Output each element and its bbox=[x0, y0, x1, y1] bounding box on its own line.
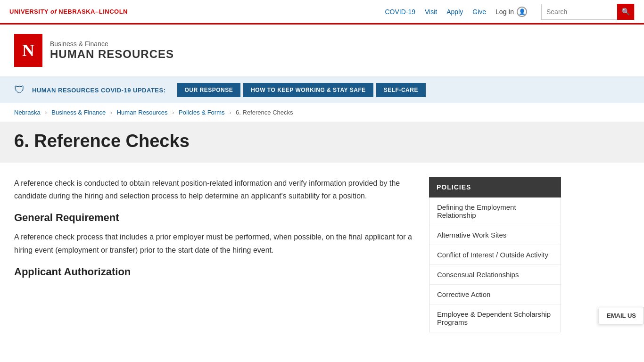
sidebar-item-alternative-work[interactable]: Alternative Work Sites bbox=[429, 225, 561, 245]
nav-apply-link[interactable]: Apply bbox=[446, 8, 463, 16]
shield-plus-icon: 🛡 bbox=[14, 84, 25, 96]
sidebar-item-conflict-interest[interactable]: Conflict of Interest / Outside Activity bbox=[429, 245, 561, 265]
sidebar-item-defining-employment[interactable]: Defining the Employment Relationship bbox=[429, 197, 561, 225]
how-to-keep-working-button[interactable]: HOW TO KEEP WORKING & STAY SAFE bbox=[243, 83, 373, 97]
top-navigation-bar: UNIVERSITY of NEBRASKA–LINCOLN COVID-19 … bbox=[0, 0, 644, 25]
breadcrumb: Nebraska › Business & Finance › Human Re… bbox=[0, 103, 644, 122]
policies-sidebar: POLICIES Defining the Employment Relatio… bbox=[429, 177, 561, 332]
covid-banner-label: HUMAN RESOURCES COVID-19 UPDATES: bbox=[32, 87, 166, 94]
site-subtitle: Business & Finance bbox=[50, 40, 174, 48]
university-of: of bbox=[50, 8, 57, 15]
self-care-button[interactable]: SELF-CARE bbox=[376, 83, 426, 97]
page-title: 6. Reference Checks bbox=[14, 131, 630, 151]
search-area: 🔍 bbox=[541, 4, 635, 20]
search-input[interactable] bbox=[542, 4, 617, 19]
site-header: N Business & Finance HUMAN RESOURCES bbox=[0, 25, 644, 77]
main-content: A reference check is conducted to obtain… bbox=[0, 163, 644, 346]
university-nebraska: NEBRASKA–LINCOLN bbox=[58, 8, 128, 15]
covid-banner: 🛡 HUMAN RESOURCES COVID-19 UPDATES: OUR … bbox=[0, 77, 644, 103]
sidebar-item-corrective-action[interactable]: Corrective Action bbox=[429, 285, 561, 304]
content-area: A reference check is conducted to obtain… bbox=[14, 177, 415, 332]
page-title-area: 6. Reference Checks bbox=[0, 122, 644, 163]
n-logo: N bbox=[14, 34, 42, 67]
general-requirement-body: A reference check process that includes … bbox=[14, 230, 415, 256]
applicant-authorization-heading: Applicant Authorization bbox=[14, 266, 415, 278]
university-logo-text: UNIVERSITY of NEBRASKA–LINCOLN bbox=[9, 8, 128, 15]
email-us-button[interactable]: EMAIL US bbox=[599, 307, 644, 324]
general-requirement-heading: General Requirement bbox=[14, 212, 415, 224]
login-area: Log In 👤 bbox=[495, 7, 527, 17]
sidebar-list: Defining the Employment Relationship Alt… bbox=[429, 197, 561, 332]
site-title: HUMAN RESOURCES bbox=[50, 48, 174, 61]
site-title-area: Business & Finance HUMAN RESOURCES bbox=[50, 40, 174, 61]
breadcrumb-sep-4: › bbox=[229, 109, 231, 116]
breadcrumb-human-resources[interactable]: Human Resources bbox=[117, 109, 168, 116]
breadcrumb-sep-2: › bbox=[110, 109, 112, 116]
sidebar-item-consensual-relationships[interactable]: Consensual Relationships bbox=[429, 265, 561, 285]
breadcrumb-current: 6. Reference Checks bbox=[236, 109, 293, 116]
our-response-button[interactable]: OUR RESPONSE bbox=[177, 83, 241, 97]
sidebar-item-scholarship-programs[interactable]: Employee & Dependent Scholarship Program… bbox=[429, 304, 561, 332]
sidebar-header: POLICIES bbox=[429, 177, 561, 197]
covid-buttons: OUR RESPONSE HOW TO KEEP WORKING & STAY … bbox=[177, 83, 426, 97]
university-name: UNIVERSITY bbox=[9, 8, 49, 15]
nav-give-link[interactable]: Give bbox=[472, 8, 486, 16]
breadcrumb-policies-forms[interactable]: Policies & Forms bbox=[179, 109, 225, 116]
intro-paragraph: A reference check is conducted to obtain… bbox=[14, 177, 415, 202]
breadcrumb-sep-3: › bbox=[172, 109, 174, 116]
user-icon[interactable]: 👤 bbox=[517, 7, 527, 17]
breadcrumb-sep-1: › bbox=[45, 109, 47, 116]
nav-covid19-link[interactable]: COVID-19 bbox=[385, 8, 415, 16]
top-nav-links: COVID-19 Visit Apply Give Log In 👤 🔍 bbox=[385, 4, 635, 20]
breadcrumb-nebraska[interactable]: Nebraska bbox=[14, 109, 41, 116]
search-button[interactable]: 🔍 bbox=[617, 4, 634, 20]
nav-visit-link[interactable]: Visit bbox=[425, 8, 437, 16]
login-label[interactable]: Log In bbox=[495, 8, 514, 16]
breadcrumb-business-finance[interactable]: Business & Finance bbox=[51, 109, 106, 116]
